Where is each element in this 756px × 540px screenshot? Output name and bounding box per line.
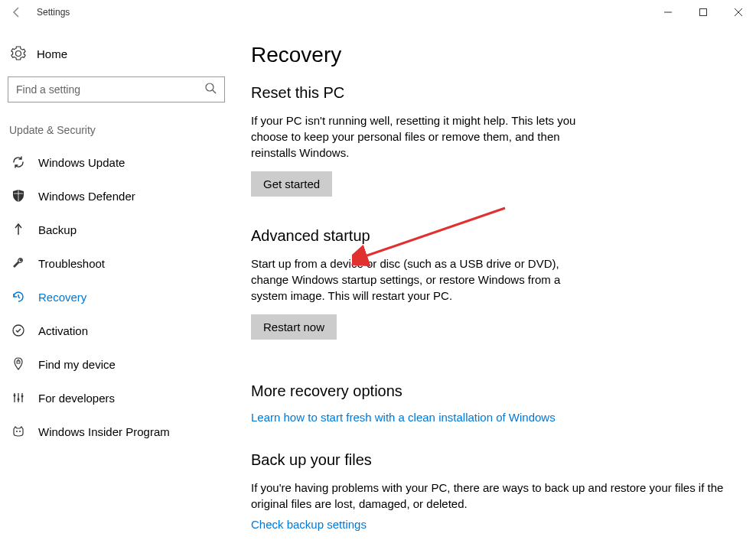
maximize-icon <box>699 8 707 16</box>
backup-files-desc: If you're having problems with your PC, … <box>251 480 725 512</box>
wrench-icon <box>11 255 26 271</box>
reset-pc-desc: If your PC isn't running well, resetting… <box>251 112 588 161</box>
minimize-icon <box>664 8 672 16</box>
reset-pc-heading: Reset this PC <box>251 84 748 102</box>
svg-rect-1 <box>700 9 707 16</box>
start-fresh-link[interactable]: Learn how to start fresh with a clean in… <box>251 411 556 424</box>
sidebar-item-find-my-device[interactable]: Find my device <box>8 347 222 381</box>
sidebar-item-label: Backup <box>38 223 77 236</box>
svg-point-13 <box>16 431 18 432</box>
sidebar-item-backup[interactable]: Backup <box>8 213 222 246</box>
gear-icon <box>11 46 26 61</box>
titlebar: Settings <box>0 0 756 24</box>
sidebar-item-label: Find my device <box>38 358 116 371</box>
svg-point-12 <box>21 395 24 398</box>
home-label: Home <box>37 47 67 60</box>
location-lock-icon <box>11 356 26 372</box>
sidebar-item-label: Windows Insider Program <box>38 425 170 438</box>
sidebar-item-activation[interactable]: Activation <box>8 314 222 347</box>
check-circle-icon <box>11 323 26 338</box>
shield-icon <box>11 188 26 203</box>
main-content: Recovery Reset this PC If your PC isn't … <box>230 24 756 540</box>
get-started-button[interactable]: Get started <box>251 171 332 197</box>
svg-line-3 <box>213 90 216 93</box>
sidebar-item-label: For developers <box>38 392 115 405</box>
page-title: Recovery <box>251 43 748 67</box>
sidebar-section-label: Update & Security <box>8 124 222 136</box>
home-nav[interactable]: Home <box>8 40 222 67</box>
sidebar-item-recovery[interactable]: Recovery <box>8 280 222 314</box>
close-button[interactable] <box>721 0 756 24</box>
search-icon <box>204 82 217 97</box>
search-input[interactable] <box>16 83 204 96</box>
backup-files-heading: Back up your files <box>251 451 748 469</box>
sidebar-item-windows-insider[interactable]: Windows Insider Program <box>8 415 222 448</box>
sidebar-item-troubleshoot[interactable]: Troubleshoot <box>8 246 222 280</box>
svg-point-14 <box>19 431 21 432</box>
ninja-cat-icon <box>11 424 26 439</box>
backup-arrow-icon <box>11 222 26 237</box>
sidebar-item-for-developers[interactable]: For developers <box>8 381 222 415</box>
svg-point-2 <box>206 83 213 91</box>
advanced-startup-heading: Advanced startup <box>251 227 748 245</box>
sidebar-item-windows-update[interactable]: Windows Update <box>8 145 222 179</box>
search-box[interactable] <box>8 76 225 102</box>
more-recovery-heading: More recovery options <box>251 382 748 400</box>
sidebar-item-label: Recovery <box>38 291 86 304</box>
window-controls <box>650 0 756 24</box>
svg-point-11 <box>18 398 20 401</box>
restart-now-button[interactable]: Restart now <box>251 314 337 340</box>
sidebar-item-label: Activation <box>38 324 88 337</box>
maximize-button[interactable] <box>686 0 721 24</box>
check-backup-link[interactable]: Check backup settings <box>251 518 367 531</box>
sync-icon <box>11 155 26 170</box>
sidebar-item-windows-defender[interactable]: Windows Defender <box>8 179 222 213</box>
svg-point-10 <box>14 395 16 397</box>
back-arrow-icon <box>11 6 23 18</box>
svg-rect-6 <box>17 361 20 363</box>
advanced-startup-desc: Start up from a device or disc (such as … <box>251 255 588 304</box>
sidebar-item-label: Windows Defender <box>38 190 135 203</box>
close-icon <box>735 8 742 16</box>
sidebar: Home Update & Security Windows Update Wi… <box>0 24 230 540</box>
developer-icon <box>11 390 26 405</box>
minimize-button[interactable] <box>650 0 686 24</box>
back-button[interactable] <box>6 2 28 23</box>
sidebar-item-label: Windows Update <box>38 156 125 169</box>
sidebar-item-label: Troubleshoot <box>38 257 105 270</box>
window-title: Settings <box>37 7 70 18</box>
history-icon <box>11 289 26 304</box>
